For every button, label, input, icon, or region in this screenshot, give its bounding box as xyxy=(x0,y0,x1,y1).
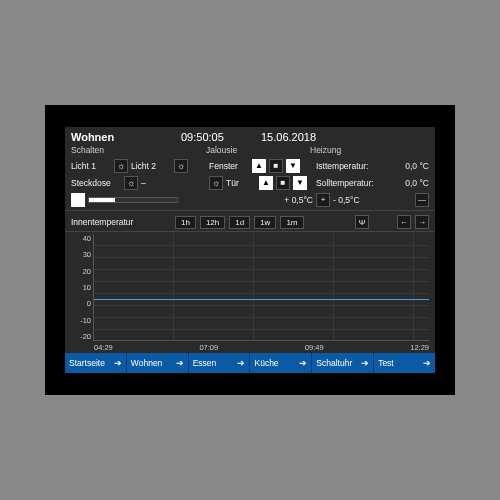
set-temp-label: Solltemperatur: xyxy=(316,178,402,188)
temp-minus-button[interactable]: — xyxy=(415,193,429,207)
chart-toolbar: Innentemperatur 1h 12h 1d 1w 1m Ψ ← → xyxy=(65,210,435,232)
xtick: 04:29 xyxy=(94,343,113,352)
ytick: 0 xyxy=(71,299,91,308)
usb-icon[interactable]: Ψ xyxy=(355,215,369,229)
window-up-button[interactable]: ▲ xyxy=(252,159,266,173)
ytick: 30 xyxy=(71,250,91,259)
nav-label: Küche xyxy=(254,358,278,368)
range-1w[interactable]: 1w xyxy=(254,216,276,229)
control-row-3: + 0,5°C + - 0,5°C — xyxy=(71,191,429,208)
nav-wohnen[interactable]: Wohnen xyxy=(127,353,189,373)
range-1d[interactable]: 1d xyxy=(229,216,250,229)
nav-label: Test xyxy=(378,358,394,368)
nav-label: Startseite xyxy=(69,358,105,368)
chart-title: Innentemperatur xyxy=(71,217,171,227)
nav-test[interactable]: Test xyxy=(374,353,435,373)
ytick: -20 xyxy=(71,332,91,341)
window-stop-button[interactable]: ■ xyxy=(269,159,283,173)
nav-label: Wohnen xyxy=(131,358,163,368)
actual-temp-value: 0,0 °C xyxy=(405,161,429,171)
nav-essen[interactable]: Essen xyxy=(189,353,251,373)
ytick: 40 xyxy=(71,234,91,243)
xtick: 12:29 xyxy=(410,343,429,352)
section-blind-label: Jalousie xyxy=(206,145,310,155)
window-down-button[interactable]: ▼ xyxy=(286,159,300,173)
xtick: 09:49 xyxy=(305,343,324,352)
nav-label: Schaltuhr xyxy=(316,358,352,368)
nav-startseite[interactable]: Startseite xyxy=(65,353,127,373)
nav-label: Essen xyxy=(193,358,217,368)
bottom-nav: Startseite Wohnen Essen Küche Schaltuhr … xyxy=(65,353,435,373)
nav-kueche[interactable]: Küche xyxy=(250,353,312,373)
socket-label: Steckdose xyxy=(71,178,121,188)
range-1h[interactable]: 1h xyxy=(175,216,196,229)
device-frame: Wohnen 09:50:05 15.06.2018 Schalten Jalo… xyxy=(45,105,455,395)
section-heat-label: Heizung xyxy=(310,145,341,155)
temp-step-up-label: - 0,5°C xyxy=(333,195,360,205)
dimmer-slider[interactable] xyxy=(88,197,178,203)
scroll-right-button[interactable]: → xyxy=(415,215,429,229)
scroll-left-button[interactable]: ← xyxy=(397,215,411,229)
range-1m[interactable]: 1m xyxy=(280,216,303,229)
control-row-1: Licht 1 Licht 2 Fenster ▲ ■ ▼ Isttempera… xyxy=(71,157,429,174)
chart-x-axis: 04:29 07:09 09:49 12:29 xyxy=(94,343,429,352)
clock-date: 15.06.2018 xyxy=(261,131,316,143)
light2-toggle[interactable] xyxy=(174,159,188,173)
temp-plus-button[interactable]: + xyxy=(316,193,330,207)
dimmer-toggle[interactable] xyxy=(71,193,85,207)
socket-state: – xyxy=(141,178,146,188)
control-row-2: Steckdose – Tür ▲ ■ ▼ Solltemperatur: 0,… xyxy=(71,174,429,191)
chart-y-axis: 40 30 20 10 0 -10 -20 xyxy=(71,234,93,353)
chart-plot: 04:29 07:09 09:49 12:29 xyxy=(93,234,429,341)
range-12h[interactable]: 12h xyxy=(200,216,225,229)
light1-toggle[interactable] xyxy=(114,159,128,173)
door-down-button[interactable]: ▼ xyxy=(293,176,307,190)
door-label: Tür xyxy=(226,178,256,188)
xtick: 07:09 xyxy=(199,343,218,352)
chart-series-line xyxy=(94,299,429,300)
door-icon[interactable] xyxy=(209,176,223,190)
door-up-button[interactable]: ▲ xyxy=(259,176,273,190)
ytick: 20 xyxy=(71,267,91,276)
header: Wohnen 09:50:05 15.06.2018 xyxy=(65,127,435,145)
section-headers: Schalten Jalousie Heizung xyxy=(65,145,435,157)
screen: Wohnen 09:50:05 15.06.2018 Schalten Jalo… xyxy=(65,127,435,373)
nav-schaltuhr[interactable]: Schaltuhr xyxy=(312,353,374,373)
socket-toggle[interactable] xyxy=(124,176,138,190)
temp-step-down-label: + 0,5°C xyxy=(284,195,313,205)
window-label: Fenster xyxy=(209,161,249,171)
ytick: 10 xyxy=(71,283,91,292)
actual-temp-label: Isttemperatur: xyxy=(316,161,402,171)
set-temp-value: 0,0 °C xyxy=(405,178,429,188)
ytick: -10 xyxy=(71,316,91,325)
light2-label: Licht 2 xyxy=(131,161,171,171)
light1-label: Licht 1 xyxy=(71,161,111,171)
controls-grid: Licht 1 Licht 2 Fenster ▲ ■ ▼ Isttempera… xyxy=(65,157,435,208)
chart-area: 40 30 20 10 0 -10 -20 04:29 07:09 09:49 … xyxy=(65,232,435,353)
clock-time: 09:50:05 xyxy=(181,131,261,143)
section-switch-label: Schalten xyxy=(71,145,206,155)
page-title: Wohnen xyxy=(71,131,181,143)
door-stop-button[interactable]: ■ xyxy=(276,176,290,190)
